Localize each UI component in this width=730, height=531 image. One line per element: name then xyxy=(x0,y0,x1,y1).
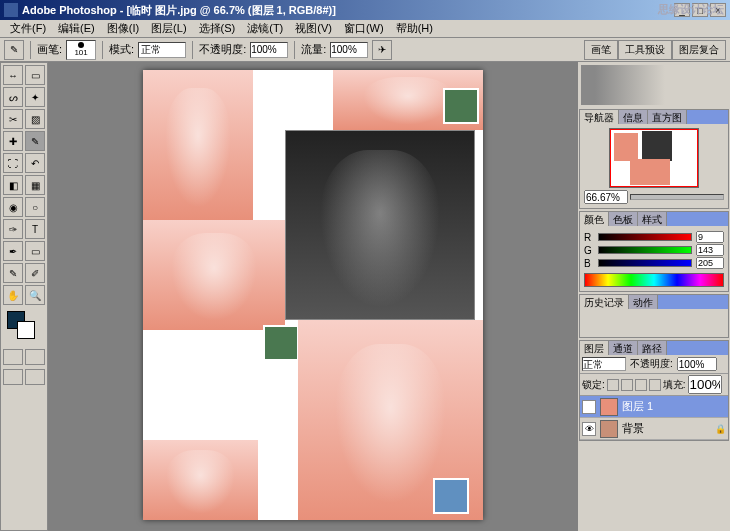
wand-tool[interactable]: ✦ xyxy=(25,87,45,107)
tab-histogram[interactable]: 直方图 xyxy=(648,110,687,124)
zoom-slider[interactable] xyxy=(630,194,724,200)
standard-mode-button[interactable] xyxy=(3,349,23,365)
r-input[interactable] xyxy=(696,231,724,243)
menu-layer[interactable]: 图层(L) xyxy=(145,19,192,38)
menu-view[interactable]: 视图(V) xyxy=(289,19,338,38)
mode-label: 模式: xyxy=(109,42,134,57)
current-tool-icon[interactable]: ✎ xyxy=(4,40,24,60)
document-canvas[interactable] xyxy=(143,70,483,520)
menu-window[interactable]: 窗口(W) xyxy=(338,19,390,38)
pen-tool[interactable]: ✒ xyxy=(3,241,23,261)
type-tool[interactable]: T xyxy=(25,219,45,239)
flow-input[interactable] xyxy=(330,42,368,58)
tab-history[interactable]: 历史记录 xyxy=(580,295,629,309)
history-panel: 历史记录 动作 xyxy=(579,294,729,338)
opacity-label: 不透明度: xyxy=(199,42,246,57)
tab-brushes[interactable]: 画笔 xyxy=(584,40,618,60)
canvas-area[interactable] xyxy=(48,62,578,531)
opacity-input[interactable] xyxy=(250,42,288,58)
fill-input[interactable] xyxy=(688,375,722,394)
tab-info[interactable]: 信息 xyxy=(619,110,648,124)
layer-opacity-label: 不透明度: xyxy=(630,357,673,371)
image-main-dark xyxy=(285,130,475,320)
r-label: R xyxy=(584,232,594,243)
screenmode-standard[interactable] xyxy=(3,369,23,385)
screenmode-full-menu[interactable] xyxy=(25,369,45,385)
layer-blend-select[interactable]: 正常 xyxy=(582,357,626,371)
history-brush-tool[interactable]: ↶ xyxy=(25,153,45,173)
menu-select[interactable]: 选择(S) xyxy=(193,19,242,38)
move-tool[interactable]: ↔ xyxy=(3,65,23,85)
tab-channels[interactable]: 通道 xyxy=(609,341,638,355)
blend-mode-select[interactable]: 正常 xyxy=(138,42,186,58)
lasso-tool[interactable]: ᔕ xyxy=(3,87,23,107)
layer-opacity-input[interactable] xyxy=(677,357,717,371)
stamp-tool[interactable]: ⛶ xyxy=(3,153,23,173)
window-title: Adobe Photoshop - [临时 图片.jpg @ 66.7% (图层… xyxy=(22,3,674,18)
b-slider[interactable] xyxy=(598,259,692,267)
airbrush-icon[interactable]: ✈ xyxy=(372,40,392,60)
hand-tool[interactable]: ✋ xyxy=(3,285,23,305)
menu-image[interactable]: 图像(I) xyxy=(101,19,145,38)
lock-move[interactable] xyxy=(635,379,647,391)
tab-navigator[interactable]: 导航器 xyxy=(580,110,619,124)
blur-tool[interactable]: ◉ xyxy=(3,197,23,217)
menu-help[interactable]: 帮助(H) xyxy=(390,19,439,38)
menu-edit[interactable]: 编辑(E) xyxy=(52,19,101,38)
brush-size-value: 101 xyxy=(74,48,87,57)
zoom-input[interactable] xyxy=(584,190,628,204)
toolbox: ↔▭ ᔕ✦ ✂▨ ✚✎ ⛶↶ ◧▦ ◉○ ✑T ✒▭ ✎✐ ✋🔍 xyxy=(0,62,48,531)
path-tool[interactable]: ✑ xyxy=(3,219,23,239)
slice-tool[interactable]: ▨ xyxy=(25,109,45,129)
thumb-blue xyxy=(433,478,469,514)
gradient-tool[interactable]: ▦ xyxy=(25,175,45,195)
heal-tool[interactable]: ✚ xyxy=(3,131,23,151)
tab-actions[interactable]: 动作 xyxy=(629,295,658,309)
notes-tool[interactable]: ✎ xyxy=(3,263,23,283)
shape-tool[interactable]: ▭ xyxy=(25,241,45,261)
spectrum-ramp[interactable] xyxy=(584,273,724,287)
eraser-tool[interactable]: ◧ xyxy=(3,175,23,195)
layer-name-bg[interactable]: 背景 xyxy=(622,421,711,436)
flow-label: 流量: xyxy=(301,42,326,57)
menu-file[interactable]: 文件(F) xyxy=(4,19,52,38)
layer-item-bg[interactable]: 👁 背景 🔒 xyxy=(580,418,728,440)
visibility-icon[interactable]: 👁 xyxy=(582,422,596,436)
eyedropper-tool[interactable]: ✐ xyxy=(25,263,45,283)
lock-paint[interactable] xyxy=(621,379,633,391)
tab-paths[interactable]: 路径 xyxy=(638,341,667,355)
tab-tool-presets[interactable]: 工具预设 xyxy=(618,40,672,60)
brush-preset-picker[interactable]: 101 xyxy=(66,40,96,60)
marquee-tool[interactable]: ▭ xyxy=(25,65,45,85)
close-button[interactable]: × xyxy=(710,3,726,17)
lock-label: 锁定: xyxy=(582,378,605,392)
quickmask-button[interactable] xyxy=(25,349,45,365)
lock-all[interactable] xyxy=(649,379,661,391)
navigator-preview[interactable] xyxy=(609,128,699,188)
g-slider[interactable] xyxy=(598,246,692,254)
layer-item-1[interactable]: 👁 图层 1 xyxy=(580,396,728,418)
layer-thumb-bg[interactable] xyxy=(600,420,618,438)
minimize-button[interactable]: _ xyxy=(674,3,690,17)
lock-transparent[interactable] xyxy=(607,379,619,391)
brush-tool[interactable]: ✎ xyxy=(25,131,45,151)
b-input[interactable] xyxy=(696,257,724,269)
tab-color[interactable]: 颜色 xyxy=(580,212,609,226)
background-swatch[interactable] xyxy=(17,321,35,339)
menu-filter[interactable]: 滤镜(T) xyxy=(241,19,289,38)
layer-thumb-1[interactable] xyxy=(600,398,618,416)
tab-swatches[interactable]: 色板 xyxy=(609,212,638,226)
dodge-tool[interactable]: ○ xyxy=(25,197,45,217)
zoom-tool[interactable]: 🔍 xyxy=(25,285,45,305)
color-swatches[interactable] xyxy=(3,311,45,345)
tab-layers[interactable]: 图层 xyxy=(580,341,609,355)
g-input[interactable] xyxy=(696,244,724,256)
crop-tool[interactable]: ✂ xyxy=(3,109,23,129)
r-slider[interactable] xyxy=(598,233,692,241)
visibility-icon[interactable]: 👁 xyxy=(582,400,596,414)
maximize-button[interactable]: □ xyxy=(692,3,708,17)
tab-layer-comps[interactable]: 图层复合 xyxy=(672,40,726,60)
layer-name-1[interactable]: 图层 1 xyxy=(622,399,726,414)
tab-styles[interactable]: 样式 xyxy=(638,212,667,226)
fill-label: 填充: xyxy=(663,378,686,392)
